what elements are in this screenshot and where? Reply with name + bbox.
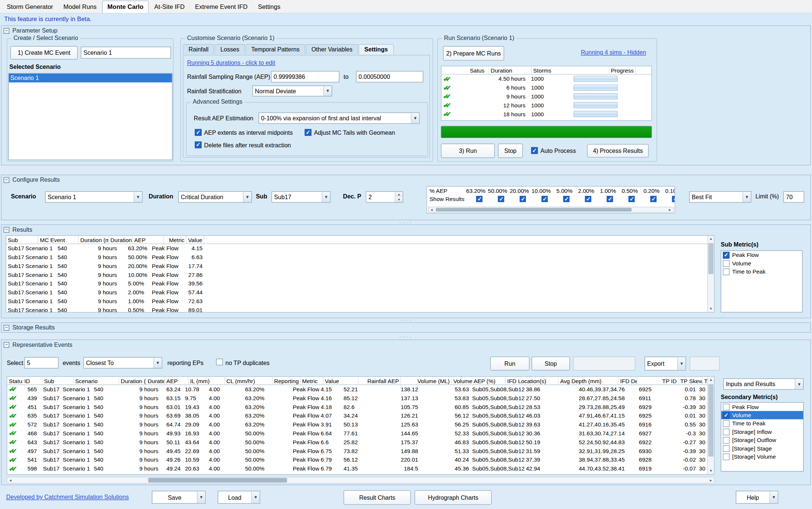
metric-checkbox[interactable] (723, 420, 729, 427)
events-option-box[interactable] (573, 356, 635, 371)
stop-button[interactable]: Stop (498, 144, 523, 158)
scroll-right-icon[interactable]: ► (708, 477, 714, 483)
table-row[interactable]: Sub17Scenario 1540 9 hours10.00%Peak Flo… (6, 271, 714, 279)
table-row[interactable]: Sub17Scenario 1540 9 hours63.20%Peak Flo… (6, 244, 714, 253)
table-row[interactable]: 451Sub17Scenario 1 5409 hours63.01 19.43… (7, 403, 714, 412)
metric-checkbox[interactable] (723, 437, 729, 443)
show-results-checkbox[interactable] (563, 196, 570, 202)
table-row[interactable]: 643Sub17Scenario 1 5409 hours50.11 43.64… (7, 438, 714, 447)
collapse-icon[interactable] (4, 177, 9, 182)
column-header[interactable]: Volume (ML) (401, 377, 452, 385)
scenario-name-input[interactable] (81, 47, 171, 58)
table-row[interactable]: 468Sub17Scenario 1 5409 hours49.93 16.93… (7, 429, 714, 438)
column-header[interactable]: Scenario (74, 377, 119, 385)
scroll-up-icon[interactable]: ▲ (708, 377, 714, 383)
column-header[interactable]: TP Skewness (679, 377, 702, 385)
section-splitter[interactable] (0, 335, 812, 338)
column-header[interactable]: Duration (min) (79, 236, 109, 244)
scroll-down-icon[interactable]: ▼ (708, 306, 714, 312)
table-row[interactable]: 598Sub17Scenario 1 5409 hours49.24 20.63… (7, 464, 714, 473)
hydrograph-charts-button[interactable]: Hydrograph Charts (415, 490, 492, 505)
metric-option[interactable]: Peak Flow (721, 403, 803, 411)
column-header[interactable]: Metric (164, 236, 187, 244)
metric-checkbox[interactable] (723, 268, 729, 275)
configure-results-section-header[interactable]: Configure Results (1, 175, 810, 184)
column-header[interactable]: Satus (442, 66, 489, 74)
column-header[interactable]: IFD Depth (mm) (619, 377, 637, 385)
table-row[interactable]: Sub17Scenario 1540 9 hours50.00%Peak Flo… (6, 253, 714, 262)
table-row[interactable]: Sub17Scenario 1540 9 hours0.50%Peak Flow… (6, 306, 714, 312)
sub-metrics-listbox[interactable]: Peak Flow Volume Time to Peak (721, 250, 802, 312)
metric-option[interactable]: Peak Flow (721, 251, 802, 259)
process-results-button[interactable]: 4) Process Results (587, 144, 649, 157)
show-results-checkbox[interactable] (628, 196, 635, 202)
metric-option[interactable]: Time to Peak (721, 267, 802, 275)
run-row[interactable]: 12 hours 1000 (442, 101, 651, 110)
limit-input[interactable] (784, 191, 804, 203)
column-header[interactable]: IL (mm) (189, 377, 225, 385)
column-header[interactable]: MC Event (38, 236, 79, 244)
results-section-header[interactable]: Results (1, 225, 810, 234)
metric-option[interactable]: [Storage] Stage (721, 444, 803, 452)
collapse-icon[interactable] (4, 227, 9, 232)
results-vertical-scrollbar[interactable]: ▲ ▼ (707, 236, 714, 312)
save-dropdown[interactable]: Save ▼ (152, 491, 206, 504)
show-results-checkbox[interactable] (607, 196, 613, 202)
table-row[interactable]: 565Sub17Scenario 1 5409 hours63.24 10.78… (7, 385, 714, 394)
metric-option[interactable]: Volume (721, 411, 803, 419)
rep-vertical-scrollbar[interactable]: ▲ ▼ (707, 377, 714, 474)
show-results-checkbox[interactable] (520, 196, 526, 202)
events-stop-button[interactable]: Stop (531, 356, 570, 371)
metric-checkbox[interactable] (723, 252, 729, 258)
column-header[interactable]: Duration (489, 66, 532, 74)
column-header[interactable]: Sub (43, 377, 74, 385)
load-dropdown[interactable]: Load ▼ (218, 491, 260, 504)
run-row[interactable]: 18 hours 1000 (442, 110, 651, 119)
delete-files-checkbox[interactable] (195, 141, 201, 148)
metric-option[interactable]: Volume (721, 259, 802, 267)
column-header[interactable]: Avg Depth (mm) (558, 377, 618, 385)
scroll-right-icon[interactable]: ► (667, 207, 673, 212)
metric-checkbox[interactable] (723, 453, 729, 460)
main-tab[interactable]: Extreme Event IFD (190, 1, 252, 13)
table-row[interactable]: 635Sub17Scenario 1 5409 hours63.69 38.05… (7, 412, 714, 421)
prepare-mc-runs-button[interactable]: 2) Prepare MC Runs (443, 46, 504, 61)
column-header[interactable]: Metric (301, 377, 323, 385)
best-fit-dropdown[interactable]: Best Fit ▼ (689, 191, 751, 203)
show-results-checkbox[interactable] (650, 196, 657, 202)
customise-tab[interactable]: Rainfall (183, 44, 214, 54)
section-splitter[interactable] (0, 221, 812, 224)
table-row[interactable]: 541Sub17Scenario 1 5409 hours49.26 10.59… (7, 456, 714, 465)
sub-dropdown[interactable]: Sub17 ▼ (272, 191, 331, 203)
scroll-down-icon[interactable]: ▼ (708, 468, 714, 474)
scrollbar-thumb[interactable] (436, 208, 631, 211)
table-row[interactable]: 572Sub17Scenario 1 5409 hours64.74 29.09… (7, 420, 714, 429)
column-header[interactable]: TP ID (637, 377, 679, 385)
metric-checkbox[interactable] (723, 260, 729, 267)
table-row[interactable]: Sub17Scenario 1540 9 hours2.00%Peak Flow… (6, 288, 714, 297)
main-tab[interactable]: Storm Generator (2, 1, 58, 13)
export-dropdown[interactable]: Export ▼ (645, 356, 686, 371)
event-count-input[interactable] (24, 357, 58, 369)
run-row[interactable]: 6 hours 1000 (442, 83, 651, 92)
inputs-results-dropdown[interactable]: Inputs and Results ▼ (723, 378, 803, 390)
metric-option[interactable]: [Storage] Inflow (721, 428, 803, 436)
column-header[interactable]: CL (mm/hr) (225, 377, 273, 385)
closest-to-dropdown[interactable]: Closest To ▼ (83, 357, 162, 369)
customise-tab[interactable]: Temporal Patterns (245, 44, 305, 54)
column-header[interactable]: Value (187, 236, 204, 244)
scrollbar-thumb[interactable] (708, 243, 714, 274)
rep-horizontal-scrollbar[interactable]: ◄ ► (7, 477, 714, 483)
run-row[interactable]: 9 hours 1000 (442, 92, 651, 101)
metric-checkbox[interactable] (723, 412, 729, 418)
column-header[interactable]: IFD Location(s) (506, 377, 558, 385)
scroll-left-icon[interactable]: ◄ (7, 477, 14, 483)
column-header[interactable]: Storms (531, 66, 609, 74)
scrollbar-thumb[interactable] (708, 384, 714, 456)
no-tp-duplicates-checkbox[interactable] (216, 359, 223, 365)
metric-option[interactable]: [Storage] Outflow (721, 436, 803, 444)
secondary-metrics-listbox[interactable]: Peak Flow Volume Time to Peak [S (721, 402, 803, 472)
column-header[interactable]: Volume AEP (%) (452, 377, 506, 385)
customise-tab[interactable]: Losses (215, 44, 245, 54)
storage-results-section-header[interactable]: Storage Results (1, 323, 810, 332)
